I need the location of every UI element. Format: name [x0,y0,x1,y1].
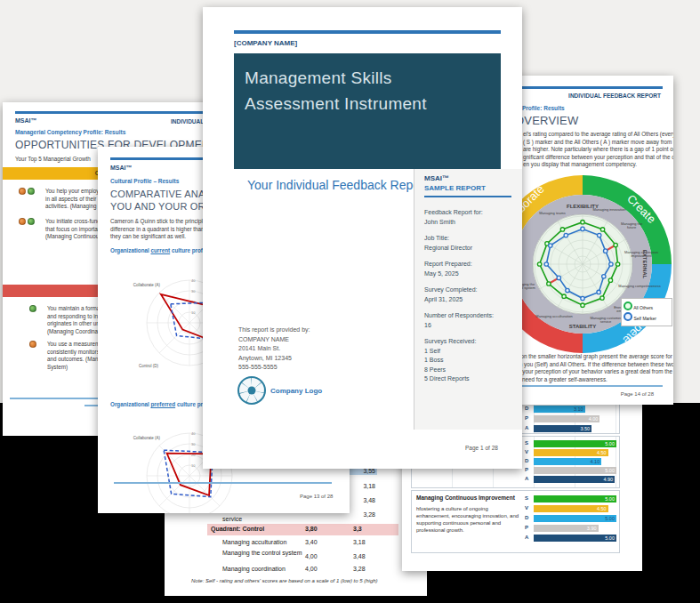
report-type-label: INDIVIDUAL FEEDBACK REPORT [568,92,661,99]
table-peek-value: 3,48 [347,497,375,503]
score-bar: 3.50 [534,425,591,432]
development-item: You maintain a formal system and respond… [29,305,38,321]
table-cell: 3,28 [353,566,366,572]
table-row-label: Managing the control system [222,550,302,557]
bar-rater-letter: A [525,535,528,540]
company-name-placeholder: [COMPANY NAME] [234,39,297,47]
score-bar: 5.00 [534,515,616,522]
score-bar: 4.50 [534,505,608,512]
development-item: You help your employees striv in all asp… [19,188,36,204]
sample-report-label: SAMPLE REPORT [424,184,486,192]
page-subtitle: Your Top 5 Managerial Growth [15,156,91,164]
cover-title-box: Management Skills Assessment Instrument [234,53,501,169]
page-cover: [COMPANY NAME] Management Skills Assessm… [203,7,522,469]
bar-rater-letter: D [525,458,528,463]
table-row-label: Managing acculturation [222,539,286,545]
radar-tick: 10 [191,310,196,315]
score-bar: 4.10 [534,458,601,465]
bar-rater-letter: P [525,467,528,472]
overview-paragraph-2: ted on the smaller horizontal graph pres… [511,353,673,383]
cover-side-panel: MSAI™ SAMPLE REPORT Feedback Report for:… [414,169,522,430]
table-partial-row-label: service [222,516,242,522]
radar-axis-label: Collaborate (A) [133,436,161,440]
bar-rater-letter: S [525,440,528,446]
score-bar: 4.00 [534,415,599,422]
table-peek-value: 3,18 [347,483,375,489]
wheel-axis-label: Managing innovation [593,207,626,212]
page-number: Page 13 of 28 [300,494,333,499]
development-item: You initiate cross-functional te that fo… [19,218,36,234]
bar-rater-letter: P [525,415,528,421]
table-cell: 3,40 [305,539,318,545]
report-subtitle: Your Individual Feedback Report [247,178,428,192]
score-bar: 4.90 [534,476,615,483]
priority-green-icon [29,305,36,312]
score-bar: 4.50 [534,449,608,456]
table-cell: 3,18 [353,539,366,545]
bar-rater-letter: P [525,525,528,530]
legend-self-marker-icon [624,312,632,321]
bar-rater-letter: S [525,495,528,501]
bar-rater-letter: V [525,449,528,454]
logo-text: Company Logo [270,387,322,395]
radar-tick: 30 [191,442,196,446]
wheel-axis-label: Managing competitiveness [618,284,660,288]
priority-green-icon [28,188,35,195]
section-eyebrow: Cultural Profile – Results [110,178,179,184]
table-footnote: Note: Self - rating and others' scores a… [191,578,378,583]
bar-rater-letter: D [525,406,528,411]
page-number: Page 14 of 28 [621,391,654,397]
section-eyebrow: Profile: Results [522,105,565,111]
radar-axis-label: Control (D) [139,364,159,368]
bar-rater-letter: A [525,425,528,430]
chart-caption: Organizational preferred culture pro [110,401,206,409]
wheel-axis-label: Managing teams [539,211,566,215]
priority-orange-icon [19,218,26,225]
brand-label: MSAI™ [424,174,449,182]
development-item: You use a measurement syste consistently… [29,341,38,357]
legend-all-others-icon [624,302,632,310]
wheel-axis-label: Managing acculturation [535,314,572,318]
radar-tick: 40 [191,431,196,436]
score-bar: 5.00 [534,440,616,447]
feedback-details: Feedback Report for: John Smith Job Titl… [424,208,518,384]
brand-label: MSAI™ [15,117,37,124]
body-paragraph: Cameron & Quinn stick to the principle d… [110,218,205,241]
table-cell: 4,00 [305,553,318,559]
radar-tick: 10 [191,463,196,468]
score-bar: 5.00 [534,535,616,542]
section-eyebrow: Managerial Competency Profile: Results [15,129,125,135]
table-cell: 3,3 [353,526,362,532]
priority-green-icon [28,218,35,225]
radar-axis-label: Collaborate (A) [133,283,161,287]
table-row-label: Quadrant: Control [211,526,264,532]
table-cell: 3,80 [305,526,318,532]
bar-group-description: hfostering a culture of ongoing enhancem… [416,505,521,534]
bar-rater-letter: D [525,515,528,520]
radar-tick: 40 [191,278,196,283]
radar-tick: 30 [191,289,196,293]
table-row-label: Managing coordination [222,566,286,572]
report-title: Management Skills Assessment Instrument [245,65,490,117]
chart-caption: Organizational current culture profil [110,247,205,255]
page-number: Page 1 of 28 [465,445,498,451]
product-mockup-stage: 3,55 3,18 3,48 3,28 service Quadrant: Co… [0,0,700,603]
priority-orange-icon [19,188,26,195]
wheel-ring-label-stability: STABILITY [569,324,597,329]
score-bar: 3.10 [534,406,585,413]
page-title: OVERVIEW [515,114,578,127]
table-cell: 3,48 [353,553,366,559]
aperture-logo-icon [237,375,267,406]
table-peek-value: 3,28 [347,511,375,518]
overview-paragraph: el's rating compared to the average rati… [523,131,673,169]
bar-group-title: Managing Continuous Improvement [416,494,519,501]
score-bar: 5.00 [534,495,616,502]
table-cell: 4,00 [305,566,318,572]
bar-rater-letter: A [525,476,528,481]
score-bar: 3.90 [534,525,599,532]
bar-rater-letter: V [525,505,528,511]
score-bar: 5.00 [534,467,616,474]
priority-orange-icon [29,341,36,348]
provider-block: This report is provided by: COMPANY NAME… [238,326,310,373]
wheel-legend: All Others Self Marker [621,298,672,326]
